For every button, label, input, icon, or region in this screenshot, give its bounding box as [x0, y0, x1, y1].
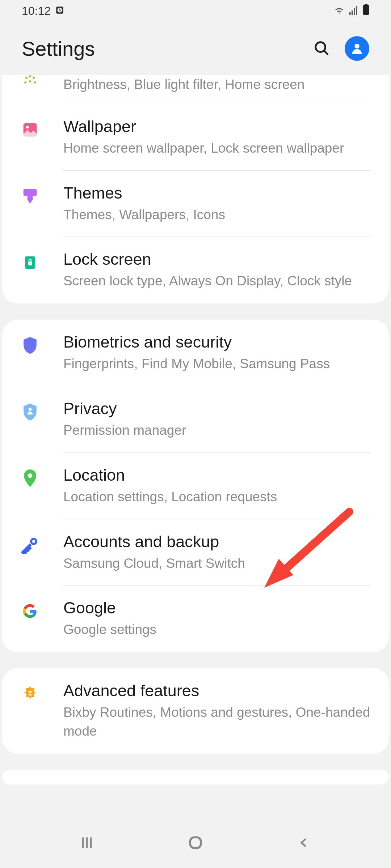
- settings-item-privacy[interactable]: Privacy Permission manager: [2, 386, 389, 453]
- item-subtitle: Fingerprints, Find My Mobile, Samsung Pa…: [63, 354, 371, 373]
- nav-home-button[interactable]: [185, 832, 206, 854]
- shield-icon: [21, 336, 39, 354]
- status-time: 10:12: [22, 4, 51, 18]
- settings-group: Advanced features Bixby Routines, Motion…: [2, 668, 389, 754]
- display-icon: [21, 75, 39, 88]
- svg-point-10: [354, 44, 359, 48]
- advanced-icon: [21, 685, 39, 703]
- svg-rect-3: [352, 10, 353, 15]
- svg-rect-7: [363, 5, 369, 15]
- svg-point-12: [29, 80, 31, 82]
- settings-list: Brightness, Blue light filter, Home scre…: [0, 75, 391, 784]
- settings-item-google[interactable]: Google Google settings: [2, 586, 389, 652]
- privacy-icon: [21, 403, 39, 421]
- item-subtitle: Themes, Wallpapers, Icons: [63, 205, 371, 224]
- svg-point-14: [29, 75, 31, 77]
- item-title: Biometrics and security: [63, 333, 371, 352]
- settings-group: [2, 770, 389, 784]
- status-bar: 10:12: [0, 0, 391, 22]
- svg-point-16: [33, 77, 35, 79]
- settings-item-wallpaper[interactable]: Wallpaper Home screen wallpaper, Lock sc…: [2, 104, 389, 171]
- item-subtitle: Location settings, Location requests: [63, 488, 371, 506]
- settings-group: Biometrics and security Fingerprints, Fi…: [2, 320, 389, 652]
- themes-icon: [21, 187, 39, 205]
- navigation-bar: [0, 817, 391, 868]
- svg-point-13: [34, 81, 36, 84]
- svg-point-15: [25, 77, 28, 79]
- svg-rect-5: [356, 6, 357, 15]
- clock-icon: [55, 4, 64, 18]
- item-subtitle: Bixby Routines, Motions and gestures, On…: [63, 703, 371, 741]
- key-icon: [21, 536, 39, 554]
- svg-point-25: [32, 540, 35, 543]
- battery-icon: [363, 4, 369, 18]
- settings-item-accounts[interactable]: Accounts and backup Samsung Cloud, Smart…: [2, 519, 389, 586]
- profile-button[interactable]: [345, 36, 369, 61]
- svg-rect-19: [24, 189, 37, 195]
- item-subtitle: Home screen wallpaper, Lock screen wallp…: [63, 139, 371, 158]
- item-subtitle: Samsung Cloud, Smart Switch: [63, 554, 371, 573]
- svg-rect-27: [29, 694, 31, 695]
- item-subtitle: Permission manager: [63, 421, 371, 440]
- item-title: Lock screen: [63, 250, 371, 269]
- svg-rect-2: [349, 12, 351, 14]
- svg-rect-34: [190, 837, 201, 848]
- item-title: Accounts and backup: [63, 532, 371, 551]
- search-button[interactable]: [314, 40, 330, 57]
- svg-rect-4: [354, 8, 355, 15]
- wallpaper-icon: [21, 121, 39, 139]
- svg-point-18: [26, 126, 29, 128]
- location-icon: [21, 469, 39, 488]
- svg-rect-21: [28, 261, 31, 265]
- lockscreen-icon: [21, 254, 39, 272]
- item-subtitle: Screen lock type, Always On Display, Clo…: [63, 272, 371, 290]
- settings-item-themes[interactable]: Themes Themes, Wallpapers, Icons: [2, 171, 389, 237]
- svg-point-8: [316, 42, 325, 52]
- nav-recents-button[interactable]: [76, 832, 98, 854]
- google-icon: [21, 602, 39, 620]
- nav-back-button[interactable]: [293, 832, 315, 854]
- wifi-icon: [334, 4, 345, 18]
- svg-line-9: [324, 51, 328, 55]
- svg-rect-6: [365, 4, 367, 5]
- settings-item-lockscreen[interactable]: Lock screen Screen lock type, Always On …: [2, 237, 389, 303]
- item-title: Privacy: [63, 399, 371, 418]
- settings-item-biometrics[interactable]: Biometrics and security Fingerprints, Fi…: [2, 320, 389, 386]
- settings-item-advanced[interactable]: Advanced features Bixby Routines, Motion…: [2, 668, 389, 754]
- settings-item-location[interactable]: Location Location settings, Location req…: [2, 453, 389, 519]
- item-title: Advanced features: [63, 681, 371, 700]
- item-title: Location: [63, 466, 371, 485]
- svg-point-22: [29, 408, 32, 411]
- svg-point-23: [28, 473, 33, 478]
- item-title: Themes: [63, 184, 371, 203]
- page-title: Settings: [22, 37, 95, 60]
- app-header: Settings: [0, 22, 391, 75]
- svg-rect-26: [29, 691, 31, 693]
- item-subtitle: Google settings: [63, 620, 371, 639]
- item-subtitle: Brightness, Blue light filter, Home scre…: [63, 75, 371, 94]
- settings-item-display[interactable]: Brightness, Blue light filter, Home scre…: [2, 75, 389, 104]
- item-title: Wallpaper: [63, 117, 371, 136]
- svg-point-11: [24, 81, 26, 84]
- settings-group: Brightness, Blue light filter, Home scre…: [2, 75, 389, 303]
- item-title: Google: [63, 599, 371, 617]
- signal-icon: [349, 4, 358, 18]
